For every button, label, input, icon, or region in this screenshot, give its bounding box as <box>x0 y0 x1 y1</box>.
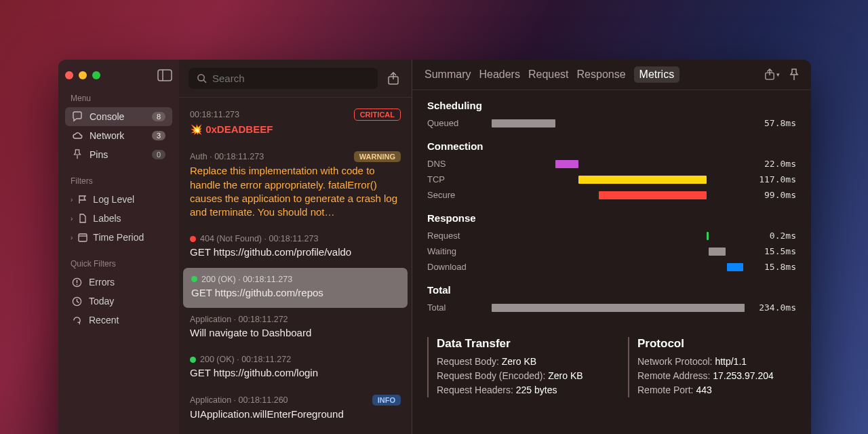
chevron-right-icon: › <box>71 234 73 241</box>
quickfilter-label: Today <box>89 296 114 307</box>
chat-icon <box>72 111 83 122</box>
status-dot-icon <box>190 357 196 363</box>
filter-log-level[interactable]: ›Log Level <box>65 190 172 209</box>
log-body: Will navigate to Dashboard <box>190 326 401 340</box>
metric-label: DNS <box>427 159 492 169</box>
detail-value: http/1.1 <box>715 356 747 367</box>
metric-track <box>492 232 747 240</box>
tab-headers[interactable]: Headers <box>479 67 519 82</box>
sidebar: Menu Console8Network3Pins0 Filters ›Log … <box>58 60 179 434</box>
share-button[interactable] <box>384 70 402 87</box>
detail-row: Remote Port: 443 <box>637 383 796 397</box>
filter-time-period[interactable]: ›Time Period <box>65 228 172 247</box>
pin-button[interactable] <box>789 68 799 81</box>
sidebar-item-console[interactable]: Console8 <box>65 107 172 126</box>
log-meta: Auth · 00:18:11.273WARNING <box>190 151 401 162</box>
metric-row-download: Download15.8ms <box>427 259 796 275</box>
filter-label: Log Level <box>93 194 134 205</box>
metric-value: 22.0ms <box>747 159 796 169</box>
status-dot-icon <box>190 236 196 242</box>
severity-badge: INFO <box>372 395 401 406</box>
log-item[interactable]: Auth · 00:18:11.273WARNINGReplace this i… <box>179 144 412 227</box>
metrics-section-title: Total <box>427 284 796 296</box>
log-meta: Application · 00:18:11.260INFO <box>190 395 401 406</box>
metric-row-secure: Secure99.0ms <box>427 187 796 203</box>
minimize-window-icon[interactable] <box>79 71 87 79</box>
close-window-icon[interactable] <box>65 71 73 79</box>
chevron-right-icon: › <box>71 196 73 203</box>
detail-value: 17.253.97.204 <box>713 370 774 381</box>
detail-value: 443 <box>696 384 711 395</box>
svg-point-6 <box>77 283 78 285</box>
metrics-section-title: Scheduling <box>427 100 796 111</box>
detail-tabs: SummaryHeadersRequestResponseMetrics ▾ <box>412 60 811 90</box>
tab-response[interactable]: Response <box>577 67 626 82</box>
filter-labels[interactable]: ›Labels <box>65 209 172 228</box>
metric-bar <box>555 160 578 168</box>
tab-request[interactable]: Request <box>528 67 569 82</box>
svg-rect-0 <box>158 70 172 81</box>
detail-key: Remote Address: <box>637 370 713 381</box>
metric-track <box>492 248 747 256</box>
detail-key: Request Body (Encoded): <box>437 370 548 381</box>
quickfilter-today[interactable]: Today <box>65 292 172 311</box>
metric-row-request: Request0.2ms <box>427 228 796 243</box>
log-panel: 00:18:11.273CRITICAL💥 0xDEADBEEFAuth · 0… <box>179 60 412 434</box>
log-list[interactable]: 00:18:11.273CRITICAL💥 0xDEADBEEFAuth · 0… <box>179 98 412 434</box>
metric-label: Request <box>427 231 492 241</box>
section-label-menu: Menu <box>71 94 167 103</box>
log-meta: 404 (Not Found) · 00:18:11.273 <box>190 234 401 243</box>
metric-value: 57.8ms <box>747 118 796 128</box>
quickfilter-label: Errors <box>89 277 115 288</box>
log-item[interactable]: 200 (OK) · 00:18:11.272GET https://githu… <box>179 348 412 388</box>
metric-bar <box>578 176 707 184</box>
warn-icon <box>72 277 82 288</box>
tab-metrics[interactable]: Metrics <box>634 66 680 83</box>
count-badge: 0 <box>152 150 165 159</box>
tab-summary[interactable]: Summary <box>425 67 471 82</box>
quickfilter-errors[interactable]: Errors <box>65 273 172 292</box>
chevron-down-icon: ▾ <box>776 71 780 78</box>
status-dot-icon <box>191 276 197 282</box>
search-input-wrap[interactable] <box>189 68 378 89</box>
detail-row: Request Body (Encoded): Zero KB <box>437 369 595 383</box>
metric-label: TCP <box>427 174 492 184</box>
sidebar-item-pins[interactable]: Pins0 <box>65 145 172 164</box>
protocol-section: Protocol Network Protocol: http/1.1Remot… <box>628 337 796 397</box>
quickfilter-recent[interactable]: Recent <box>65 311 172 330</box>
metric-bar <box>707 232 709 240</box>
log-item[interactable]: Application · 00:18:11.272Will navigate … <box>179 308 412 348</box>
export-button[interactable]: ▾ <box>764 68 780 81</box>
log-item[interactable]: 00:18:11.273CRITICAL💥 0xDEADBEEF <box>179 102 412 144</box>
log-item[interactable]: Application · 00:18:11.260INFOUIApplicat… <box>179 388 412 429</box>
metric-row-waiting: Waiting15.5ms <box>427 243 796 259</box>
zoom-window-icon[interactable] <box>92 71 100 79</box>
metric-track <box>492 263 747 271</box>
metrics-section-title: Connection <box>427 140 796 152</box>
detail-body: SchedulingQueued57.8msConnectionDNS22.0m… <box>412 90 811 407</box>
sidebar-toggle-icon[interactable] <box>157 69 172 81</box>
detail-row: Request Headers: 225 bytes <box>437 383 595 397</box>
metric-row-dns: DNS22.0ms <box>427 156 796 172</box>
metric-value: 15.5ms <box>747 246 796 256</box>
pin-icon <box>72 149 83 160</box>
detail-key: Network Protocol: <box>637 356 715 367</box>
detail-row: Network Protocol: http/1.1 <box>637 355 796 369</box>
metric-label: Secure <box>427 190 492 200</box>
metric-track <box>492 160 747 168</box>
metric-track <box>492 119 747 127</box>
sidebar-item-network[interactable]: Network3 <box>65 126 172 145</box>
log-meta: Application · 00:18:11.272 <box>190 315 401 324</box>
search-input[interactable] <box>212 73 370 84</box>
metric-value: 117.0ms <box>747 174 796 184</box>
detail-panel: SummaryHeadersRequestResponseMetrics ▾ S… <box>412 60 811 434</box>
sidebar-item-label: Pins <box>90 149 108 160</box>
metric-row-queued: Queued57.8ms <box>427 115 796 131</box>
quickfilter-label: Recent <box>89 315 119 326</box>
log-meta: 00:18:11.273CRITICAL <box>190 108 401 121</box>
log-item[interactable]: 404 (Not Found) · 00:18:11.273GET https:… <box>179 227 412 267</box>
cloud-icon <box>72 130 83 141</box>
metrics-section-title: Response <box>427 212 796 224</box>
log-item[interactable]: 200 (OK) · 00:18:11.273GET https://githu… <box>183 268 408 308</box>
metric-track <box>492 176 747 184</box>
